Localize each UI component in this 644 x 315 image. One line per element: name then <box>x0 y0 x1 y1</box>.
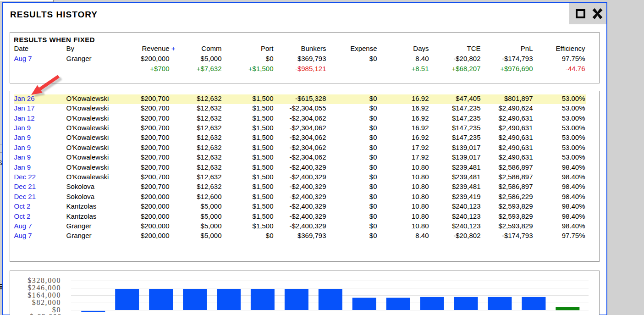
svg-text:$82,000: $82,000 <box>32 298 61 306</box>
svg-text:$246,000: $246,000 <box>28 284 61 292</box>
svg-text:$328,000: $328,000 <box>28 276 61 284</box>
svg-text:$-82,000: $-82,000 <box>30 313 62 315</box>
svg-text:$164,000: $164,000 <box>28 291 61 299</box>
